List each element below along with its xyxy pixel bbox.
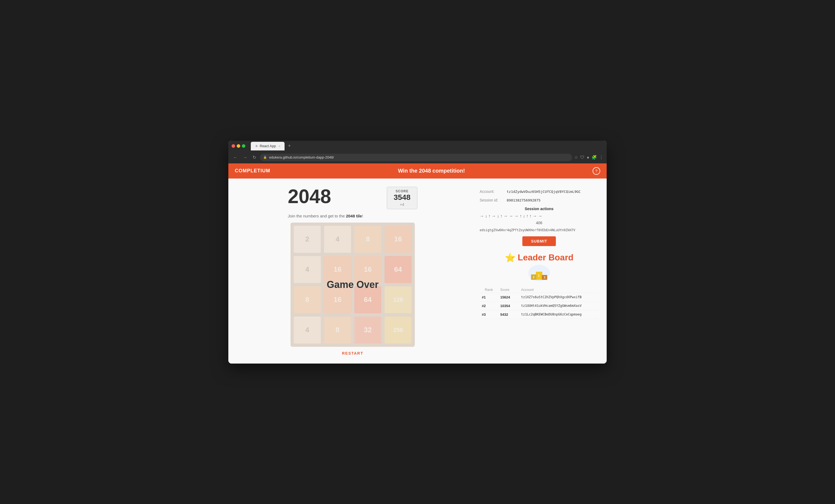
lock-icon: 🔒 — [263, 155, 267, 159]
right-panel: Account: tz1dZydwVDuz6SH5jCUfCQjqV8YCQim… — [480, 187, 598, 355]
browser-window: ⚛ React App × + ← → ↻ 🔒 edukera.github.i… — [228, 141, 607, 363]
traffic-lights — [231, 144, 245, 148]
score-delta: +4 — [394, 202, 410, 207]
score-box: SCORE 3548 +4 — [387, 187, 418, 209]
svg-text:1: 1 — [538, 274, 539, 277]
lb-rank: #3 — [480, 310, 498, 319]
nav-icons: ☆ 🛡 ● 🧩 ⋮ — [574, 155, 604, 160]
game-over-text: Game Over — [327, 279, 379, 290]
game-over-overlay: Game Over — [290, 223, 415, 347]
session-actions-title: Session actions — [480, 207, 598, 211]
svg-text:2: 2 — [533, 276, 534, 279]
back-button[interactable]: ← — [231, 154, 239, 161]
forward-button[interactable]: → — [241, 154, 249, 161]
account-value: tz1dZydwVDuz6SH5jCUfCQjqV8YCQimL9GC — [507, 190, 581, 194]
leaderboard-title-text: Leader Board — [518, 253, 573, 262]
subtitle-prefix: Join the numbers and get to the — [288, 214, 346, 218]
podium-icon: 1 2 3 — [528, 265, 550, 281]
session-count: 406 — [480, 220, 598, 225]
lb-score: 10354 — [498, 301, 519, 310]
session-arrows: → ↓ ↑ → ↓ ↑ → → → ↑ ↓ ↑ ↑ → → — [480, 214, 598, 218]
subtitle-suffix: ! — [362, 214, 363, 218]
extensions-icon[interactable]: 🧩 — [592, 155, 597, 160]
leaderboard-row: #3 5432 tz1Lc2qBKEWCBeDU8npG6zCeCqpmaeg — [480, 310, 598, 319]
tab-close-button[interactable]: × — [279, 145, 280, 148]
col-score: Score — [498, 287, 519, 293]
account-label: Account: — [480, 189, 507, 194]
score-value: 3548 — [394, 193, 410, 202]
leaderboard-table: Rank Score Account #1 15624 tz1XZ7s6uStC… — [480, 287, 598, 319]
game-section: 2048 SCORE 3548 +4 Join the numbers and … — [237, 187, 469, 355]
session-hash: edsigtgZVw6Hxr4qZPftZoyUWXHorf8VEbEn4NLu… — [480, 228, 598, 232]
tab-bar: ⚛ React App × + — [251, 142, 604, 150]
submit-button[interactable]: SUBMIT — [522, 236, 556, 246]
maximize-button[interactable] — [242, 144, 245, 148]
leaderboard-title: ⭐ Leader Board — [480, 253, 598, 263]
score-label: SCORE — [394, 189, 410, 193]
session-row: Session id: 8901382756992875 — [480, 198, 598, 202]
game-header: 2048 SCORE 3548 +4 — [288, 187, 418, 209]
lb-rank: #2 — [480, 301, 498, 310]
url-bar[interactable]: 🔒 edukera.github.io/completium-dapp-2048… — [260, 154, 572, 161]
session-label: Session id: — [480, 198, 507, 202]
lb-account: tz1UUHt41ukVHcamQ5YZgGWsm6mXasV — [519, 301, 598, 310]
game-subtitle: Join the numbers and get to the 2048 til… — [288, 214, 418, 218]
account-row: Account: tz1dZydwVDuz6SH5jCUfCQjqV8YCQim… — [480, 189, 598, 194]
profile-icon[interactable]: ● — [587, 155, 589, 160]
leaderboard-row: #1 15624 tz1XZ7s6uStC2hZVpPQhXgcdXPwxifB — [480, 293, 598, 301]
app-header: Completium Win the 2048 competition! ? — [228, 163, 607, 178]
col-rank: Rank — [480, 287, 498, 293]
game-title: 2048 — [288, 187, 331, 206]
main-content: 2048 SCORE 3548 +4 Join the numbers and … — [228, 178, 607, 363]
lb-rank: #1 — [480, 293, 498, 301]
active-tab[interactable]: ⚛ React App × — [251, 142, 285, 150]
trophy-icon: ⭐ — [505, 253, 515, 263]
lb-score: 5432 — [498, 310, 519, 319]
nav-bar: ← → ↻ 🔒 edukera.github.io/completium-dap… — [228, 151, 607, 163]
bookmark-icon[interactable]: ☆ — [574, 155, 578, 160]
tab-title: React App — [260, 144, 276, 148]
menu-icon[interactable]: ⋮ — [599, 155, 604, 160]
app-title: Win the 2048 competition! — [270, 168, 593, 174]
game-grid: Game Over 2 4 8 16 4 16 16 64 8 16 64 12… — [290, 223, 415, 347]
help-button[interactable]: ? — [593, 167, 600, 175]
restart-button[interactable]: RESTART — [342, 351, 363, 355]
col-account: Account — [519, 287, 598, 293]
url-text: edukera.github.io/completium-dapp-2048/ — [269, 155, 569, 159]
app-logo: Completium — [235, 168, 270, 174]
subtitle-bold: 2048 tile — [346, 214, 362, 218]
lb-score: 15624 — [498, 293, 519, 301]
lb-account: tz1XZ7s6uStC2hZVpPQhXgcdXPwxifB — [519, 293, 598, 301]
shield-icon[interactable]: 🛡 — [580, 155, 585, 160]
close-button[interactable] — [231, 144, 235, 148]
reload-button[interactable]: ↻ — [251, 154, 258, 161]
leaderboard-row: #2 10354 tz1UUHt41ukVHcamQ5YZgGWsm6mXasV — [480, 301, 598, 310]
svg-text:3: 3 — [544, 276, 545, 279]
lb-account: tz1Lc2qBKEWCBeDU8npG6zCeCqpmaeg — [519, 310, 598, 319]
new-tab-button[interactable]: + — [288, 143, 291, 149]
minimize-button[interactable] — [237, 144, 240, 148]
title-bar: ⚛ React App × + — [228, 141, 607, 151]
tab-favicon: ⚛ — [255, 144, 258, 148]
session-value: 8901382756992875 — [507, 198, 541, 202]
